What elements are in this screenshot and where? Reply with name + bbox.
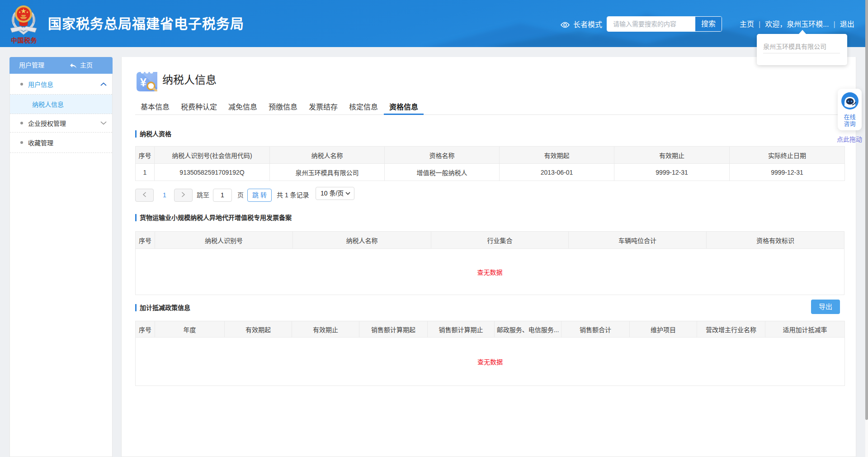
svg-text:¥: ¥ [140, 76, 146, 89]
svg-text:中国税务: 中国税务 [11, 37, 37, 44]
